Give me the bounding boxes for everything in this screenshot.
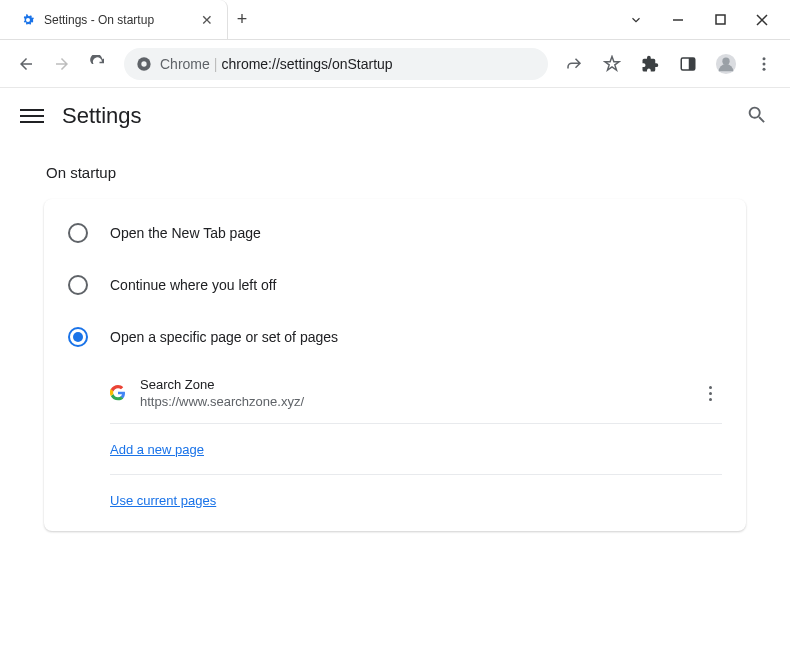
svg-point-3 (141, 61, 146, 66)
option-specific-pages[interactable]: Open a specific page or set of pages (68, 311, 722, 363)
window-titlebar: Settings - On startup ✕ + (0, 0, 790, 40)
radio-label: Continue where you left off (110, 277, 276, 293)
minimize-button[interactable] (668, 10, 688, 30)
bookmark-star-icon[interactable] (596, 48, 628, 80)
startup-card: Open the New Tab page Continue where you… (44, 199, 746, 531)
svg-point-10 (763, 67, 766, 70)
option-continue[interactable]: Continue where you left off (68, 259, 722, 311)
forward-button[interactable] (46, 48, 78, 80)
svg-rect-5 (689, 58, 695, 70)
close-tab-icon[interactable]: ✕ (199, 12, 215, 28)
window-controls (626, 10, 790, 30)
settings-content: On startup Open the New Tab page Continu… (0, 144, 790, 541)
browser-tab[interactable]: Settings - On startup ✕ (8, 0, 228, 39)
menu-kebab-icon[interactable] (748, 48, 780, 80)
radio-icon-selected (68, 327, 88, 347)
svg-point-9 (763, 62, 766, 65)
google-favicon-icon (110, 385, 126, 401)
extensions-icon[interactable] (634, 48, 666, 80)
hamburger-menu-icon[interactable] (20, 104, 44, 128)
maximize-button[interactable] (710, 10, 730, 30)
reload-button[interactable] (82, 48, 114, 80)
startup-page-entry: Search Zone https://www.searchzone.xyz/ (110, 363, 722, 424)
back-button[interactable] (10, 48, 42, 80)
tab-title: Settings - On startup (44, 13, 191, 27)
radio-icon (68, 223, 88, 243)
url-text: Chrome | chrome://settings/onStartup (160, 56, 393, 72)
share-icon[interactable] (558, 48, 590, 80)
radio-label: Open the New Tab page (110, 225, 261, 241)
radio-label: Open a specific page or set of pages (110, 329, 338, 345)
page-actions-menu-icon[interactable] (698, 381, 722, 405)
gear-icon (20, 12, 36, 28)
section-title: On startup (46, 164, 746, 181)
chevron-down-icon[interactable] (626, 10, 646, 30)
svg-point-7 (722, 57, 729, 64)
startup-page-name: Search Zone (140, 377, 684, 392)
svg-rect-1 (716, 15, 725, 24)
settings-header: Settings (0, 88, 790, 144)
use-current-pages-link[interactable]: Use current pages (110, 493, 216, 508)
page-title: Settings (62, 103, 142, 129)
browser-toolbar: Chrome | chrome://settings/onStartup (0, 40, 790, 88)
startup-page-url: https://www.searchzone.xyz/ (140, 394, 684, 409)
radio-icon (68, 275, 88, 295)
add-new-page-link[interactable]: Add a new page (110, 442, 204, 457)
search-icon[interactable] (746, 104, 770, 128)
new-tab-button[interactable]: + (228, 9, 256, 30)
close-window-button[interactable] (752, 10, 772, 30)
startup-pages-list: Search Zone https://www.searchzone.xyz/ … (110, 363, 722, 531)
use-current-pages-row: Use current pages (110, 475, 722, 531)
profile-avatar-icon[interactable] (710, 48, 742, 80)
address-bar[interactable]: Chrome | chrome://settings/onStartup (124, 48, 548, 80)
svg-point-8 (763, 57, 766, 60)
option-new-tab[interactable]: Open the New Tab page (68, 207, 722, 259)
sidepanel-icon[interactable] (672, 48, 704, 80)
chrome-icon (136, 56, 152, 72)
add-new-page-row: Add a new page (110, 424, 722, 475)
